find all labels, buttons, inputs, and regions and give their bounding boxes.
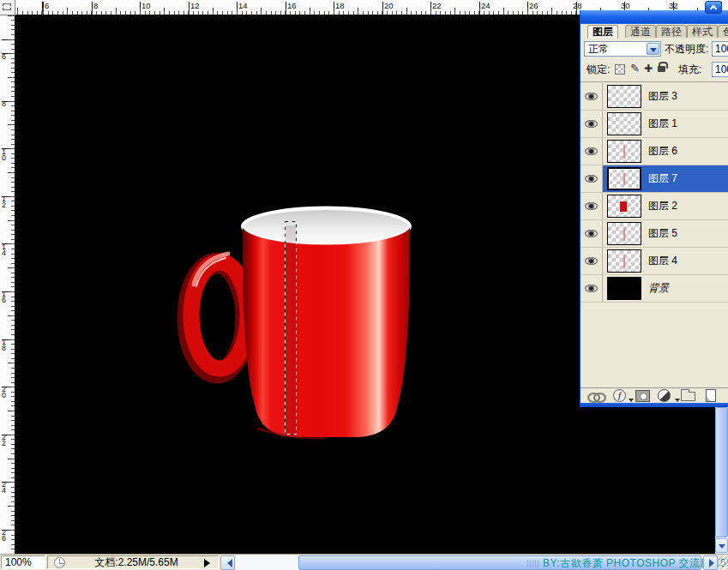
visibility-toggle[interactable] [581,83,603,110]
visibility-toggle[interactable] [581,138,603,165]
ruler-tick-label: 20 [2,387,8,399]
scroll-down-button[interactable] [715,538,728,553]
opacity-field[interactable]: 100 [712,41,728,57]
tab-swatches[interactable]: 色 [718,25,728,38]
ruler-tick-label: 20 [384,1,394,10]
blend-mode-value: 正常 [588,43,609,55]
chevron-right-icon [709,559,719,567]
eye-icon [585,202,598,210]
ruler-tick-label: 12 [190,1,200,10]
lock-position-icon[interactable]: ✚ [644,63,653,75]
photoshop-document-window: 68101214161820222426283032 6810121416182… [0,0,728,570]
chevron-down-icon [719,544,725,552]
ruler-origin-box[interactable] [0,0,15,15]
ruler-tick-label: 10 [2,149,8,161]
lock-row: 锁定: ✎ ✚ 填充: 100 [581,59,728,81]
visibility-toggle[interactable] [581,248,603,274]
combo-arrow-button[interactable] [647,43,659,55]
new-group-icon[interactable] [681,392,695,401]
ruler-tick-label: 14 [238,1,248,10]
visibility-toggle[interactable] [581,111,603,137]
status-menu-arrow-icon[interactable] [204,559,214,567]
eye-icon [585,285,598,292]
ruler-tick-label: 22 [432,1,442,10]
ruler-tick-label: 6 [45,1,49,10]
eye-icon [585,120,598,128]
layer-row[interactable]: 图层 6 [581,138,728,165]
blend-mode-row: 正常 不透明度: 100 [581,39,728,59]
ruler-tick-label: 16 [287,1,297,10]
ruler-tick-label: 12 [2,196,8,208]
layer-thumbnail[interactable] [607,222,641,245]
resize-grip[interactable] [719,555,728,570]
visibility-toggle[interactable] [581,193,603,219]
lock-transparency-icon[interactable] [615,64,625,75]
chevron-down-icon [650,48,657,56]
layer-thumbnail[interactable] [607,277,641,300]
link-icon[interactable] [587,393,605,400]
ruler-tick-label: 22 [2,435,8,447]
eye-icon [585,147,598,155]
ruler-tick-label: 24 [481,1,490,10]
ruler-tick-label: 26 [2,530,8,542]
ruler-tick-label: 16 [2,291,8,303]
layer-thumbnail[interactable] [607,195,641,218]
mug-illustration [171,197,429,454]
layer-row[interactable]: 图层 3 [581,83,728,111]
chevron-left-icon [223,559,232,567]
layer-row[interactable]: 图层 7 [581,165,728,193]
document-size-info[interactable]: 文档:2.25M/5.65M [72,556,201,569]
tab-paths[interactable]: 路径 [656,25,687,38]
vertical-scroll-thumb[interactable] [715,407,728,537]
layer-row[interactable]: 图层 2 [581,193,728,220]
tab-layers[interactable]: 图层 [587,25,618,39]
scroll-left-button[interactable] [220,555,235,570]
ruler-tick-label: 28 [573,1,582,10]
tab-channels[interactable]: 通道 [625,25,656,38]
document-status-icon [54,557,65,568]
ruler-tick-label: 26 [529,1,538,10]
layer-list: 图层 3 图层 1 图层 6 图层 7 图层 2 [581,83,728,303]
layer-mask-icon[interactable] [635,390,650,402]
marquee-icon [3,3,11,10]
lock-label: 锁定: [587,62,610,77]
layers-panel: 图层 通道 路径 样式 色 正常 不透明度: 100 锁定: ✎ ✚ 填充: 1… [580,10,728,407]
eye-icon [585,230,598,237]
vertical-scrollbar[interactable] [715,407,728,554]
layer-row[interactable]: 图层 1 [581,111,728,138]
layer-thumbnail[interactable] [607,167,641,190]
layer-style-icon[interactable]: f [613,389,626,402]
opacity-label: 不透明度: [665,41,708,57]
scroll-right-button[interactable] [703,555,718,570]
ruler-tick-label: 30 [621,1,630,10]
panel-tab-strip: 图层 通道 路径 样式 色 [581,24,728,39]
horizontal-scrollbar[interactable]: BY:古欲香萧 PHOTOSHOP 交流群:155189433 [236,555,703,570]
adjustment-layer-icon[interactable] [658,389,671,402]
layer-row[interactable]: 图层 4 [581,248,728,275]
fill-label: 填充: [678,62,701,77]
visibility-toggle[interactable] [581,165,603,192]
lock-image-icon[interactable]: ✎ [630,62,640,75]
fill-field[interactable]: 100 [712,62,728,77]
new-layer-icon[interactable] [706,389,716,402]
layer-thumbnail[interactable] [607,112,641,135]
layer-row[interactable]: 图层 5 [581,220,728,248]
ruler-tick-label: 8 [2,101,8,107]
horizontal-scroll-thumb[interactable]: BY:古欲香萧 PHOTOSHOP 交流群:155189433 [298,555,701,570]
layer-row[interactable]: 背景 [581,275,728,303]
zoom-level-field[interactable]: 100% [1,555,45,569]
blend-mode-select[interactable]: 正常 [584,41,661,57]
visibility-toggle[interactable] [581,220,603,247]
ruler-tick-label: 6 [2,54,8,60]
layer-thumbnail[interactable] [607,85,641,108]
visibility-toggle[interactable] [581,275,603,302]
vertical-ruler[interactable]: 68101214161820222426 [0,15,15,554]
layer-thumbnail[interactable] [607,249,641,273]
eye-icon [585,93,598,100]
collapse-panel-button[interactable] [705,1,722,14]
lock-all-icon[interactable] [658,66,665,72]
separator [581,81,728,82]
ruler-tick-label: 24 [2,482,8,494]
tab-styles[interactable]: 样式 [687,25,718,38]
layer-thumbnail[interactable] [607,140,641,163]
